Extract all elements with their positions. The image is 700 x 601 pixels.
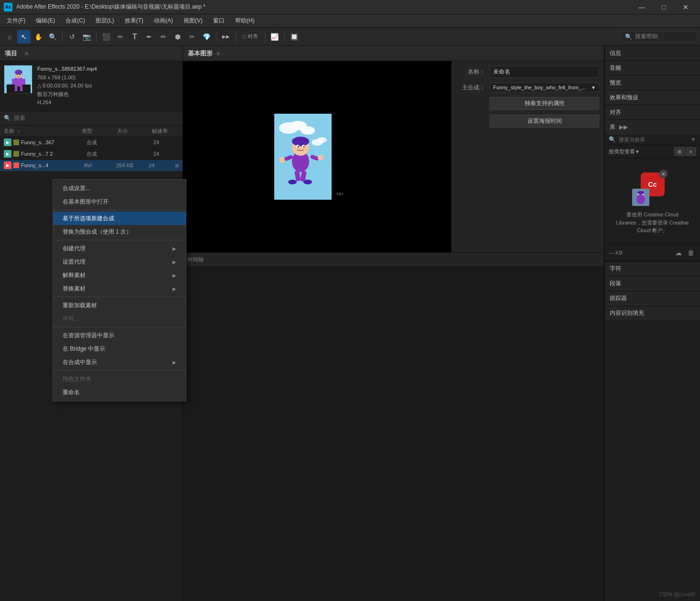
preview-filename: Funny_s...58581367.mp4 xyxy=(37,65,97,74)
info-section-title[interactable]: 信息 xyxy=(605,46,700,60)
cloud-upload-icon[interactable]: ☁ xyxy=(673,247,684,258)
tracker-section: 跟踪器 xyxy=(605,291,700,306)
trash-icon[interactable]: 🗑 xyxy=(686,247,696,258)
close-button[interactable]: ✕ xyxy=(675,0,696,14)
list-view-button[interactable]: ≡ xyxy=(686,147,696,156)
ctx-set-proxy[interactable]: 设置代理 ▶ xyxy=(53,255,186,268)
right-panel: 信息 音频 预览 效果和预设 对齐 库 ▶▶ 🔍 ▼ 按类型查看 xyxy=(604,46,700,601)
tool-stamp[interactable]: ✏ xyxy=(157,30,170,43)
menu-view[interactable]: 视图(V) xyxy=(179,15,207,27)
ctx-interpret-footage[interactable]: 解释素材 ▶ xyxy=(53,268,186,282)
context-menu: 合成设置... 在基本图形中打开 基于所选项新建合成 替换为预合成（使用 1 次… xyxy=(53,179,186,401)
svg-point-33 xyxy=(288,180,297,184)
ctx-replace-precomp[interactable]: 替换为预合成（使用 1 次） xyxy=(53,225,186,238)
menu-effects[interactable]: 效果(T) xyxy=(120,15,148,27)
character-section-title[interactable]: 字符 xyxy=(605,262,700,276)
svg-point-26 xyxy=(303,146,304,148)
file-row[interactable]: ▶ Funny_s...7 2 合成 24 xyxy=(0,149,183,160)
ctx-show-in-comp[interactable]: 在合成中显示 ▶ xyxy=(53,355,186,369)
tool-camera[interactable]: 📷 xyxy=(80,30,93,43)
library-view-controls: 按类型查看 ▼ ⊞ ≡ xyxy=(605,145,700,158)
ctx-show-in-explorer[interactable]: 在资源管理器中显示 xyxy=(53,329,186,342)
menu-help[interactable]: 帮助(H) xyxy=(230,15,259,27)
window-title: Adobe After Effects 2020 - E:\Desktop\媒体… xyxy=(16,3,631,11)
library-search-input[interactable] xyxy=(619,137,688,142)
tool-roto[interactable]: ✂ xyxy=(185,30,199,43)
ctx-replace-footage[interactable]: 替换素材 ▶ xyxy=(53,282,186,295)
ctx-show-in-bridge[interactable]: 在 Bridge 中显示 xyxy=(53,342,186,355)
file-fps: 24 xyxy=(153,140,179,145)
effects-section-title[interactable]: 效果和预设 xyxy=(605,90,700,105)
minimize-button[interactable]: — xyxy=(631,0,652,14)
preview-section-title[interactable]: 预览 xyxy=(605,75,700,90)
menu-window[interactable]: 窗口 xyxy=(208,15,229,27)
tracker-section-title[interactable]: 跟踪器 xyxy=(605,291,700,306)
svg-point-12 xyxy=(15,70,22,75)
menu-edit[interactable]: 编辑(E) xyxy=(31,15,60,27)
tool-shape[interactable]: 💎 xyxy=(200,30,213,43)
app-icon: Ae xyxy=(4,3,12,11)
ctx-reload-footage[interactable]: 重新加载素材 xyxy=(53,299,186,312)
content-aware-section-title[interactable]: 内容识别填充 xyxy=(605,306,700,321)
toolbar-separator-5 xyxy=(265,32,265,42)
set-poster-button[interactable]: 设置海报时间 xyxy=(490,115,599,128)
tool-snap[interactable]: 🔲 xyxy=(288,30,301,43)
tool-text[interactable]: T xyxy=(128,30,141,43)
tool-home[interactable]: ⌂ xyxy=(3,30,16,43)
tool-zoom[interactable]: 🔍 xyxy=(46,30,59,43)
ctx-create-proxy[interactable]: 创建代理 ▶ xyxy=(53,242,186,255)
library-more-icon[interactable]: ▶▶ xyxy=(619,124,628,130)
tool-align[interactable]: □ 对齐 xyxy=(239,30,262,43)
ctx-new-comp-from-selection[interactable]: 基于所选项新建合成 xyxy=(53,212,186,225)
ctx-comp-settings[interactable]: 合成设置... xyxy=(53,182,186,195)
essential-graphics-menu[interactable]: ≡ xyxy=(216,50,220,57)
tool-hand[interactable]: ✋ xyxy=(32,30,45,43)
preview-main: CjLt 名称： 未命名 主合成： Funny_style_the_boy_wh… xyxy=(183,61,604,252)
menu-composition[interactable]: 合成(C) xyxy=(61,15,90,27)
tool-graph[interactable]: 📈 xyxy=(268,30,281,43)
library-search-arrow[interactable]: ▼ xyxy=(690,136,696,143)
preview-thumbnail xyxy=(4,65,32,94)
search-input[interactable] xyxy=(14,115,179,121)
tool-brush[interactable]: ✒ xyxy=(142,30,156,43)
tool-rect[interactable]: ⬛ xyxy=(99,30,113,43)
library-type-label[interactable]: 按类型查看 xyxy=(609,148,635,155)
menu-file[interactable]: 文件(F) xyxy=(2,15,30,27)
eg-comp-label: 主合成： xyxy=(456,84,485,92)
character-section: 字符 xyxy=(605,262,700,277)
solo-properties-button[interactable]: 独奏支持的属性 xyxy=(490,97,599,110)
content-aware-section: 内容识别填充 xyxy=(605,306,700,321)
view-toggle-group: ⊞ ≡ xyxy=(674,147,696,156)
maximize-button[interactable]: □ xyxy=(653,0,674,14)
library-size-label: — KB xyxy=(609,250,623,256)
ctx-rename[interactable]: 重命名 xyxy=(53,386,186,399)
tool-select[interactable]: ↖ xyxy=(17,30,31,43)
svg-text:CjLt: CjLt xyxy=(336,192,344,196)
align-section-title[interactable]: 对齐 xyxy=(605,105,700,119)
library-type-arrow[interactable]: ▼ xyxy=(635,149,640,154)
audio-section-title[interactable]: 音频 xyxy=(605,61,700,75)
tool-rotation[interactable]: ↺ xyxy=(65,30,79,43)
preview-area: Funny_s...58581367.mp4 768 x 768 (1.00) … xyxy=(0,61,183,111)
grid-view-button[interactable]: ⊞ xyxy=(674,147,685,156)
eg-name-value[interactable]: 未命名 xyxy=(490,66,599,78)
project-menu-icon[interactable]: ≡ xyxy=(25,50,28,57)
audio-section: 音频 xyxy=(605,61,700,75)
paragraph-section-title[interactable]: 段落 xyxy=(605,277,700,291)
tool-puppet[interactable]: ⬢ xyxy=(171,30,184,43)
menu-animation[interactable]: 动画(A) xyxy=(149,15,178,27)
eg-comp-dropdown[interactable]: Funny_style_the_boy_who_fell_from_... ▼ xyxy=(490,83,599,92)
ctx-create-proxy-arrow: ▶ xyxy=(172,246,176,251)
ctx-open-essential-graphics[interactable]: 在基本图形中打开 xyxy=(53,195,186,208)
search-help-label: 搜索帮助 xyxy=(635,32,658,41)
menu-layer[interactable]: 图层(L) xyxy=(91,15,119,27)
svg-point-16 xyxy=(301,126,315,135)
preview-dimensions: 768 x 768 (1.00) xyxy=(37,74,97,82)
tool-more[interactable]: ▶▶ xyxy=(219,30,233,43)
file-row-selected[interactable]: ▶ Funny_s...4 AVI 254 KB 24 ⊞ xyxy=(0,160,183,172)
eg-controls: 名称： 未命名 主合成： Funny_style_the_boy_who_fel… xyxy=(451,61,604,252)
ctx-new-comp-label: 基于所选项新建合成 xyxy=(63,215,114,223)
file-row[interactable]: ▶ Funny_s...367 合成 24 xyxy=(0,137,183,149)
tool-pen[interactable]: ✏ xyxy=(114,30,127,43)
file-icon-video: ▶ xyxy=(4,161,11,169)
